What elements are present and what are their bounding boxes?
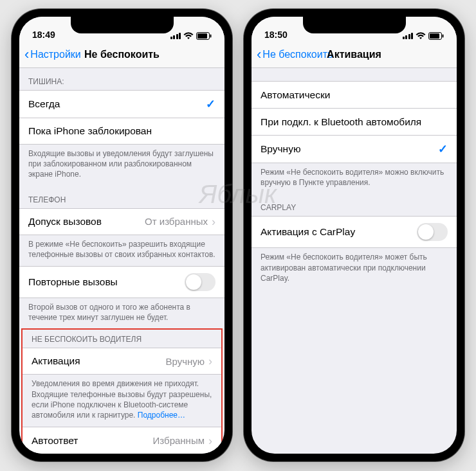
status-right <box>170 32 212 40</box>
svg-rect-1 <box>197 33 207 39</box>
cell-label: Автоответ <box>32 435 78 447</box>
notch <box>71 17 174 33</box>
cell-label: Активация с CarPlay <box>261 226 355 238</box>
checkmark-icon: ✓ <box>206 97 215 111</box>
cell-option-manual[interactable]: Вручную ✓ <box>252 135 457 163</box>
cellular-icon <box>403 33 414 39</box>
status-time: 18:50 <box>264 30 288 40</box>
nav-bar: ‹ Настройки Не беспокоить <box>19 41 224 68</box>
content[interactable]: ТИШИНА: Всегда ✓ Пока iPhone заблокирова… <box>19 68 224 454</box>
cell-label: Автоматически <box>261 89 330 101</box>
group-header-driving: НЕ БЕСПОКОИТЬ ВОДИТЕЛЯ <box>23 330 221 348</box>
cell-repeated-calls[interactable]: Повторные вызовы <box>19 266 224 298</box>
notch <box>303 17 406 33</box>
back-button[interactable]: ‹ Не беспокоить <box>257 48 333 62</box>
group-footer-carplay: Режим «Не беспокоить водителя» может быт… <box>252 248 457 290</box>
status-right <box>403 32 444 40</box>
group-footer-silence: Входящие вызовы и уведомления будут загл… <box>19 145 224 186</box>
group-footer-allow-calls: В режиме «Не беспокоить» разрешить входя… <box>19 235 224 266</box>
group-footer-repeated: Второй вызов от одного и того же абонент… <box>19 298 224 329</box>
screen-left: 18:49 ‹ Настройки Не беспокоить <box>19 17 224 454</box>
phone-frame-left: 18:49 ‹ Настройки Не беспокоить <box>12 9 232 461</box>
highlight-box: НЕ БЕСПОКОИТЬ ВОДИТЕЛЯ Активация Вручную… <box>21 328 223 454</box>
status-time: 18:49 <box>32 30 55 40</box>
chevron-left-icon: ‹ <box>257 48 261 62</box>
toggle-carplay[interactable] <box>417 223 448 241</box>
toggle-repeated-calls[interactable] <box>185 273 215 291</box>
battery-icon <box>428 32 444 40</box>
cell-option-bluetooth[interactable]: При подкл. к Bluetooth автомобиля <box>252 108 457 135</box>
chevron-left-icon: ‹ <box>24 48 29 62</box>
group-header-phone: ТЕЛЕФОН <box>19 186 224 208</box>
cell-silence-locked[interactable]: Пока iPhone заблокирован <box>19 118 224 145</box>
cell-value: Вручную <box>165 356 205 367</box>
cell-activate[interactable]: Активация Вручную › <box>23 348 221 375</box>
stage: 18:49 ‹ Настройки Не беспокоить <box>0 0 476 470</box>
checkmark-icon: ✓ <box>438 142 448 156</box>
svg-rect-5 <box>443 35 444 38</box>
cell-label: Вручную <box>261 143 301 155</box>
back-label: Настройки <box>30 49 80 60</box>
cell-label: Пока iPhone заблокирован <box>28 125 152 137</box>
cell-silence-always[interactable]: Всегда ✓ <box>19 90 224 118</box>
wifi-icon <box>416 32 426 40</box>
cell-label: При подкл. к Bluetooth автомобиля <box>261 116 421 128</box>
battery-icon <box>196 32 212 40</box>
wifi-icon <box>183 32 194 40</box>
chevron-right-icon: › <box>208 435 212 447</box>
phone-frame-right: 18:50 ‹ Не беспокоить Активация <box>244 9 464 461</box>
back-label: Не беспокоить <box>262 49 333 60</box>
cell-carplay-activate[interactable]: Активация с CarPlay <box>252 216 457 248</box>
cell-option-auto[interactable]: Автоматически <box>252 81 457 108</box>
svg-rect-4 <box>430 33 439 39</box>
content[interactable]: Автоматически При подкл. к Bluetooth авт… <box>252 68 457 454</box>
chevron-right-icon: › <box>212 216 215 227</box>
screen-right: 18:50 ‹ Не беспокоить Активация <box>252 17 457 454</box>
svg-rect-2 <box>210 35 212 38</box>
cell-label: Допуск вызовов <box>28 216 102 227</box>
cell-value: От избранных <box>145 216 208 227</box>
learn-more-link[interactable]: Подробнее… <box>138 411 185 420</box>
cell-label: Активация <box>32 355 80 367</box>
cellular-icon <box>170 33 181 39</box>
cell-value: Избранным <box>153 435 205 446</box>
cell-label: Всегда <box>28 98 60 110</box>
cell-auto-reply-to[interactable]: Автоответ Избранным › <box>23 427 221 454</box>
group-footer-activate: Уведомления во время движения не приходя… <box>23 375 221 427</box>
cell-allow-calls[interactable]: Допуск вызовов От избранных › <box>19 208 224 235</box>
group-header-carplay: CARPLAY <box>252 194 457 216</box>
cell-label: Повторные вызовы <box>28 276 118 288</box>
chevron-right-icon: › <box>208 355 212 367</box>
group-header-silence: ТИШИНА: <box>19 68 224 90</box>
back-button[interactable]: ‹ Настройки <box>24 48 81 62</box>
group-footer-options: Режим «Не беспокоить водителя» можно вкл… <box>252 163 457 194</box>
nav-bar: ‹ Не беспокоить Активация <box>252 41 457 68</box>
